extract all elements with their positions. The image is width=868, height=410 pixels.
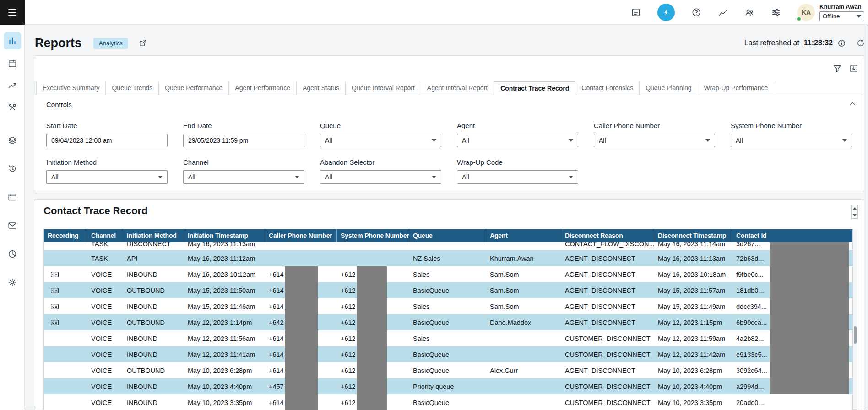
help-icon[interactable]	[691, 7, 701, 17]
cell-recording	[44, 378, 87, 394]
column-header-channel[interactable]: Channel	[87, 229, 123, 242]
filter-select-system-phone-number[interactable]: All	[731, 134, 852, 147]
table-row[interactable]: TASKDISCONNECTMay 16, 2023 11:13amCONTAC…	[44, 242, 852, 250]
filter-input-end-date[interactable]: 29/05/2023 11:59 pm	[183, 134, 304, 147]
filter-select-channel[interactable]: All	[183, 170, 304, 184]
table-row[interactable]: VOICEINBOUNDMay 10, 2023 4:40pm+457+612P…	[44, 378, 852, 394]
cell-queue: Sales	[409, 298, 486, 314]
avatar[interactable]: KA	[797, 4, 815, 21]
filter-icon[interactable]	[833, 64, 842, 73]
tab-queue-trends[interactable]: Queue Trends	[106, 81, 159, 95]
refresh-icon[interactable]	[856, 38, 865, 48]
metrics-icon[interactable]	[718, 7, 728, 17]
cell-disconnect-reason: CUSTOMER_DISCONNECT	[561, 346, 654, 362]
table-scrollbar-thumb[interactable]	[854, 326, 857, 344]
filter-value: All	[188, 173, 195, 181]
filter-input-start-date[interactable]: 09/04/2023 12:00 am	[46, 134, 168, 147]
download-icon[interactable]	[849, 64, 858, 73]
cell-disconnect-reason: AGENT_DISCONNECT	[561, 298, 654, 314]
column-header-queue[interactable]: Queue	[409, 229, 486, 242]
table-body: TASKDISCONNECTMay 16, 2023 11:13amCONTAC…	[44, 242, 852, 410]
calendar-icon	[7, 59, 17, 69]
cell-disconnect-timestamp: May 12, 2023 11:59am	[654, 330, 732, 346]
flash-button[interactable]	[657, 4, 675, 21]
tab-contract-trace-record[interactable]: Contract Trace Record	[494, 81, 575, 95]
filter-select-agent[interactable]: All	[457, 134, 578, 147]
column-header-disconnect-timestamp[interactable]: Disconnect Timestamp	[654, 229, 732, 242]
filter-channel: ChannelAll	[183, 158, 304, 184]
cell-initiation-timestamp: May 15, 2023 11:46am	[184, 298, 265, 314]
sidebar-item-schedule[interactable]	[4, 55, 21, 72]
table-row[interactable]: VOICEOUTBOUNDMay 12, 2023 1:14pm+642+612…	[44, 314, 852, 330]
table-row[interactable]: VOICEINBOUNDMay 10, 2023 3:35pm+614+612B…	[44, 394, 852, 410]
table-scrollbar[interactable]	[853, 229, 857, 410]
sidebar-item-mail[interactable]	[4, 217, 21, 234]
tab-queue-interval-report[interactable]: Queue Interval Report	[346, 81, 421, 95]
cell-channel: VOICE	[87, 298, 123, 314]
table-row[interactable]: VOICEINBOUNDMay 16, 2023 10:12am+614+612…	[44, 266, 852, 282]
report-controls-card: Executive SummaryQueue TrendsQueue Perfo…	[35, 55, 864, 193]
sliders-icon[interactable]	[771, 7, 781, 17]
sidebar-item-tools[interactable]	[4, 99, 21, 116]
filter-select-abandon-selector[interactable]: All	[320, 170, 441, 184]
sidebar-item-settings[interactable]	[4, 274, 21, 291]
table-row[interactable]: VOICEOUTBOUNDMay 15, 2023 11:50am+614+61…	[44, 282, 852, 298]
table-row[interactable]: TASKAPIMay 16, 2023 11:12amNZ SalesKhurr…	[44, 250, 852, 266]
column-header-disconnect-reason[interactable]: Disconnect Reason	[561, 229, 654, 242]
info-icon[interactable]	[837, 39, 846, 48]
cell-recording	[44, 242, 87, 250]
users-icon[interactable]	[744, 7, 754, 17]
cell-recording	[44, 266, 87, 282]
tab-agent-performance[interactable]: Agent Performance	[229, 81, 297, 95]
sidebar-item-reports[interactable]	[4, 32, 21, 49]
sidebar-item-layers[interactable]	[4, 132, 21, 149]
external-link-icon[interactable]	[138, 38, 147, 48]
filter-select-queue[interactable]: All	[320, 134, 441, 147]
table-stepper[interactable]	[851, 205, 858, 219]
section-title: Contact Trace Record	[43, 205, 147, 217]
table-row[interactable]: VOICEINBOUNDMay 15, 2023 11:46am+614+612…	[44, 298, 852, 314]
status-dot	[797, 16, 802, 22]
dropdown-chevron-icon	[158, 176, 163, 178]
filter-value: All	[462, 173, 469, 181]
column-header-caller-phone-number[interactable]: Caller Phone Number	[265, 229, 337, 242]
filter-select-wrap-up-code[interactable]: All	[457, 170, 578, 184]
sidebar-item-trends[interactable]	[4, 77, 21, 94]
column-header-system-phone-number[interactable]: System Phone Number	[337, 229, 409, 242]
user-status-select[interactable]: Offline	[819, 11, 864, 21]
menu-button[interactable]	[0, 0, 25, 25]
tab-contact-forensics[interactable]: Contact Forensics	[575, 81, 640, 95]
column-header-recording[interactable]: Recording	[44, 229, 87, 242]
cell-initiation-timestamp: May 10, 2023 6:28pm	[184, 362, 265, 378]
filters-row-2: Initiation MethodAllChannelAllAbandon Se…	[46, 158, 578, 184]
tab-agent-interval-report[interactable]: Agent Interval Report	[421, 81, 494, 95]
user-block: Khurram Awan Offline	[819, 3, 864, 21]
filter-select-caller-phone-number[interactable]: All	[594, 134, 715, 147]
table-row[interactable]: VOICEOUTBOUNDMay 10, 2023 6:28pm+614+612…	[44, 362, 852, 378]
tab-executive-summary[interactable]: Executive Summary	[36, 81, 106, 95]
column-header-initiation-method[interactable]: Initiation Method	[123, 229, 184, 242]
cell-queue: BasicQueue	[409, 362, 486, 378]
collapse-controls-icon[interactable]	[848, 100, 857, 108]
filter-value: All	[599, 137, 606, 144]
filter-select-initiation-method[interactable]: All	[46, 170, 168, 184]
tab-queue-performance[interactable]: Queue Performance	[159, 81, 229, 95]
column-header-agent[interactable]: Agent	[486, 229, 561, 242]
sidebar-item-window[interactable]	[4, 189, 21, 206]
notes-icon[interactable]	[631, 7, 641, 17]
tab-wrap-up-performance[interactable]: Wrap-Up Performance	[698, 81, 775, 95]
tab-agent-status[interactable]: Agent Status	[297, 81, 346, 95]
topbar-actions: KA Khurram Awan Offline	[631, 3, 868, 21]
table-row[interactable]: VOICEINBOUNDMay 12, 2023 11:56am+614+612…	[44, 330, 852, 346]
cell-agent: Alex.Gurr	[486, 362, 561, 378]
table-row[interactable]: VOICEINBOUNDMay 12, 2023 11:41am+614+612…	[44, 346, 852, 362]
column-header-initiation-timestamp[interactable]: Initiation Timestamp	[184, 229, 265, 242]
stepper-down-icon[interactable]	[852, 212, 857, 219]
filter-initiation-method: Initiation MethodAll	[46, 158, 168, 184]
cell-channel: VOICE	[87, 282, 123, 298]
tab-queue-planning[interactable]: Queue Planning	[640, 81, 698, 95]
column-header-contact-id[interactable]: Contact Id	[732, 229, 852, 242]
stepper-up-icon[interactable]	[852, 205, 857, 212]
sidebar-item-history[interactable]	[4, 160, 21, 178]
sidebar-item-analytics[interactable]	[4, 245, 21, 263]
